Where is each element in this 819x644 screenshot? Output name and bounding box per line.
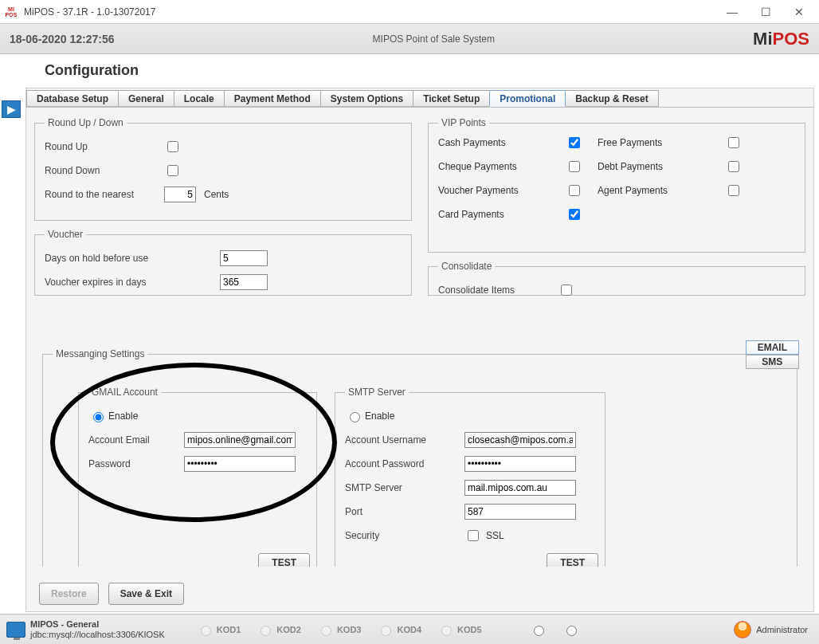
smtp-pass-input[interactable] (464, 456, 576, 472)
voucher-expire-label: Voucher expires in days (45, 277, 220, 288)
smtp-security-label: Security (345, 530, 464, 541)
rounddown-checkbox[interactable] (167, 165, 178, 176)
vip-debt-checkbox[interactable] (728, 161, 739, 172)
vip-group: VIP Points Cash Payments Free Payments C… (428, 117, 805, 253)
gmail-test-button[interactable]: TEST (258, 553, 310, 567)
tabstrip: Database Setup General Locale Payment Me… (26, 88, 813, 108)
vip-agent-checkbox[interactable] (728, 185, 739, 196)
kod3-radio (321, 626, 331, 636)
smtp-server-label: SMTP Server (345, 482, 464, 493)
voucher-expire-input[interactable] (220, 274, 268, 290)
tab-locale[interactable]: Locale (174, 90, 225, 107)
save-exit-button[interactable]: Save & Exit (108, 583, 184, 605)
vip-voucher-checkbox[interactable] (569, 185, 580, 196)
gmail-legend: GMAIL Account (88, 387, 161, 398)
vip-free-checkbox[interactable] (728, 137, 739, 148)
status-bar: MIPOS - General jdbc:mysql://localhost:3… (0, 614, 819, 644)
smtp-ssl-label: SSL (486, 530, 504, 541)
sidebar-expand-icon[interactable]: ▶ (2, 100, 21, 118)
gmail-enable-label: Enable (108, 410, 138, 422)
brand: MiPOS (753, 29, 809, 49)
smtp-pass-label: Account Password (345, 458, 464, 469)
roundup-group: Round Up / Down Round Up Round Down Roun… (34, 117, 412, 221)
smtp-user-input[interactable] (464, 432, 576, 448)
roundup-label: Round Up (45, 141, 164, 152)
timestamp: 18-06-2020 12:27:56 (10, 33, 115, 45)
tab-backup-reset[interactable]: Backup & Reset (565, 90, 658, 107)
kod4-radio (381, 626, 391, 636)
round-nearest-label: Round to the nearest (45, 189, 164, 200)
roundup-legend: Round Up / Down (45, 117, 127, 128)
gmail-enable-radio[interactable] (93, 412, 104, 422)
consolidate-label: Consolidate Items (438, 285, 558, 296)
main-panel: Database Setup General Locale Payment Me… (25, 88, 814, 612)
vip-card-checkbox[interactable] (569, 209, 580, 220)
status-light-1 (534, 626, 544, 636)
tab-payment-method[interactable]: Payment Method (224, 90, 321, 107)
tab-system-options[interactable]: System Options (320, 90, 413, 107)
consolidate-group: Consolidate Consolidate Items (428, 261, 805, 296)
system-title: MIPOS Point of Sale System (373, 33, 495, 45)
app-icon: MIPOS (3, 4, 19, 20)
vip-free-label: Free Payments (598, 137, 725, 148)
voucher-group: Voucher Days on hold before use Voucher … (34, 229, 412, 296)
smtp-port-input[interactable] (464, 504, 576, 520)
gmail-email-label: Account Email (88, 434, 184, 446)
gmail-email-input[interactable] (184, 432, 296, 448)
vip-card-label: Card Payments (438, 209, 566, 220)
kod5-radio (441, 626, 452, 636)
gmail-group: GMAIL Account Enable Account Email Passw… (78, 387, 317, 567)
vip-cash-checkbox[interactable] (569, 137, 580, 148)
smtp-server-input[interactable] (464, 480, 576, 496)
consolidate-checkbox[interactable] (561, 285, 572, 296)
msg-tab-sms[interactable]: SMS (746, 355, 799, 369)
admin-label: Administrator (756, 625, 808, 634)
maximize-button[interactable]: ☐ (749, 1, 782, 23)
kod2-radio (261, 626, 271, 636)
window-title: MiPOS - 37.1R - 1.0-13072017 (24, 6, 715, 18)
smtp-port-label: Port (345, 506, 464, 517)
app-header: 18-06-2020 12:27:56 MIPOS Point of Sale … (0, 24, 819, 54)
messaging-subtabs: EMAIL SMS (746, 340, 799, 369)
admin-avatar-icon (734, 621, 751, 638)
status-jdbc: jdbc:mysql://localhost:3306/KIOSK (30, 630, 165, 640)
msg-tab-email[interactable]: EMAIL (746, 340, 799, 355)
smtp-ssl-checkbox[interactable] (468, 530, 479, 541)
status-app: MIPOS - General (30, 619, 165, 630)
tab-ticket-setup[interactable]: Ticket Setup (413, 90, 490, 107)
minimize-button[interactable]: — (715, 1, 749, 23)
smtp-user-label: Account Username (345, 434, 464, 446)
page-title: Configuration (0, 54, 819, 85)
status-light-2 (566, 626, 577, 636)
messaging-legend: Messanging Settings (53, 348, 147, 359)
tab-general[interactable]: General (118, 90, 174, 107)
gmail-password-input[interactable] (184, 456, 296, 472)
consolidate-legend: Consolidate (438, 261, 495, 272)
voucher-hold-input[interactable] (220, 250, 268, 266)
monitor-icon (6, 622, 25, 638)
rounddown-label: Round Down (45, 165, 164, 176)
smtp-group: SMTP Server Enable Account Username Acco… (335, 387, 605, 567)
tab-promotional[interactable]: Promotional (489, 90, 566, 107)
voucher-hold-label: Days on hold before use (45, 253, 220, 264)
vip-agent-label: Agent Payments (598, 185, 725, 196)
vip-cheque-checkbox[interactable] (569, 161, 580, 172)
vip-cash-label: Cash Payments (438, 137, 566, 148)
gmail-password-label: Password (88, 458, 184, 469)
window-titlebar: MIPOS MiPOS - 37.1R - 1.0-13072017 — ☐ ✕ (0, 0, 819, 24)
vip-legend: VIP Points (438, 117, 489, 128)
messaging-group: Messanging Settings GMAIL Account Enable… (42, 348, 797, 567)
close-button[interactable]: ✕ (782, 1, 816, 23)
smtp-legend: SMTP Server (345, 387, 409, 398)
smtp-enable-label: Enable (365, 410, 394, 422)
kod1-radio (201, 626, 211, 636)
round-nearest-input[interactable] (164, 187, 196, 202)
smtp-enable-radio[interactable] (350, 412, 360, 422)
tab-database-setup[interactable]: Database Setup (26, 90, 119, 107)
smtp-test-button[interactable]: TEST (547, 553, 598, 567)
vip-debt-label: Debt Payments (598, 161, 725, 172)
round-nearest-unit: Cents (204, 189, 229, 200)
roundup-checkbox[interactable] (167, 141, 178, 152)
voucher-legend: Voucher (45, 229, 86, 240)
restore-button[interactable]: Restore (39, 583, 99, 605)
